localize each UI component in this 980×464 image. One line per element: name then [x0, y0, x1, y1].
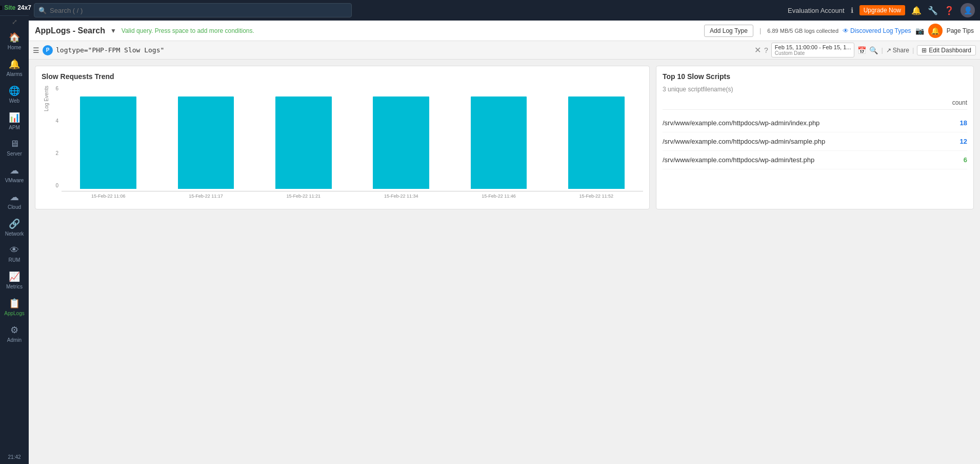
content-header: AppLogs - Search ▼ Valid query. Press sp… — [29, 21, 980, 41]
search-icon: 🔍 — [38, 7, 47, 14]
query-bar: ☰ P logtype="PHP-FPM Slow Logs" ✕ ? Feb … — [29, 41, 980, 60]
y-label-4: 4 — [55, 118, 58, 124]
sidebar-item-label: RUM — [9, 257, 21, 263]
top-scripts-panel: Top 10 Slow Scripts 3 unique scriptfilen… — [656, 66, 974, 209]
camera-icon[interactable]: 📷 — [915, 27, 924, 35]
query-toggle-icon[interactable]: ☰ — [33, 46, 39, 54]
wrench-icon[interactable]: 🔧 — [928, 6, 938, 15]
help-icon[interactable]: ❓ — [944, 6, 954, 15]
server-icon: 🖥 — [10, 139, 19, 149]
add-log-type-button[interactable]: Add Log Type — [704, 25, 753, 37]
bar[interactable] — [178, 96, 234, 189]
calendar-icon[interactable]: 📅 — [857, 46, 866, 54]
x-axis-label: 15-Feb-22 11:52 — [550, 194, 643, 199]
sidebar-item-admin[interactable]: ⚙ Admin — [0, 320, 29, 347]
sidebar-item-label: Metrics — [6, 284, 23, 289]
sidebar-item-label: VMware — [5, 178, 24, 183]
dashboard-row: Slow Requests Trend Log Events 6 4 2 0 — [35, 66, 974, 209]
script-name: /srv/www/example.com/httpdocs/wp-admin/i… — [663, 119, 819, 127]
bar[interactable] — [80, 96, 136, 189]
sidebar-item-label: APM — [9, 125, 20, 130]
topbar: 🔍 Evaluation Account ℹ Upgrade Now 🔔 🔧 ❓… — [29, 0, 980, 21]
bar-chart: Log Events 6 4 2 0 — [42, 86, 643, 199]
apm-icon: 📊 — [9, 112, 20, 123]
cloud-icon: ☁ — [10, 191, 19, 203]
upgrade-button[interactable]: Upgrade Now — [859, 5, 905, 15]
valid-query-text: Valid query. Press space to add more con… — [122, 27, 254, 34]
sidebar-item-cloud[interactable]: ☁ Cloud — [0, 187, 29, 214]
sidebar-item-web[interactable]: 🌐 Web — [0, 81, 29, 108]
x-axis-label: 15-Feb-22 11:17 — [159, 194, 252, 199]
y-axis-label-container: Log Events — [42, 86, 49, 199]
search-input[interactable] — [50, 7, 347, 14]
dashboard-content: Slow Requests Trend Log Events 6 4 2 0 — [29, 60, 980, 464]
query-right: ✕ ? Feb 15, 11:00:00 - Feb 15, 1... Cust… — [754, 43, 976, 57]
eye-icon: 👁 — [843, 27, 849, 34]
bar-group — [354, 96, 448, 189]
query-help-icon[interactable]: ? — [764, 46, 768, 54]
share-button[interactable]: ↗ Share — [886, 47, 909, 54]
logo-text: Site — [4, 4, 15, 11]
bar-group — [257, 96, 350, 189]
date-label: Custom Date — [775, 50, 851, 56]
expand-icon[interactable]: ⤢ — [10, 16, 19, 28]
bar[interactable] — [373, 96, 429, 189]
sidebar-item-rum[interactable]: 👁 RUM — [0, 241, 29, 267]
sidebar-item-label: Alarms — [6, 71, 22, 77]
admin-icon: ⚙ — [10, 324, 18, 336]
bar[interactable] — [471, 96, 527, 189]
home-icon: 🏠 — [9, 32, 20, 43]
sidebar-item-applogs[interactable]: 📋 AppLogs — [0, 294, 29, 320]
sidebar-item-network[interactable]: 🔗 Network — [0, 214, 29, 241]
sidebar-item-alarms[interactable]: 🔔 Alarms — [0, 54, 29, 81]
bar[interactable] — [568, 96, 624, 189]
y-label-6: 6 — [55, 86, 58, 91]
sidebar-item-label: Server — [7, 151, 22, 157]
bell-icon[interactable]: 🔔 — [911, 6, 922, 15]
search-box[interactable]: 🔍 — [34, 3, 352, 17]
sidebar-item-home[interactable]: 🏠 Home — [0, 28, 29, 54]
topbar-right: Evaluation Account ℹ Upgrade Now 🔔 🔧 ❓ 👤 — [788, 3, 975, 17]
vmware-icon: ☁ — [10, 165, 19, 176]
bar-group — [159, 96, 252, 189]
notification-button[interactable]: 🔔 — [928, 24, 943, 38]
sidebar-top: ⊞ Site24x7 ⤢ — [0, 0, 29, 28]
title-dropdown-arrow[interactable]: ▼ — [110, 27, 116, 34]
discovered-log-types-link[interactable]: 👁 Discovered Log Types — [843, 27, 911, 34]
col-count-header: count — [952, 99, 967, 106]
x-axis-label: 15-Feb-22 11:34 — [354, 194, 448, 199]
main-area: 🔍 Evaluation Account ℹ Upgrade Now 🔔 🔧 ❓… — [29, 0, 980, 464]
bar-group — [62, 96, 155, 189]
script-row: /srv/www/example.com/httpdocs/wp-admin/s… — [663, 132, 967, 151]
y-axis: 6 4 2 0 — [49, 86, 62, 199]
avatar[interactable]: 👤 — [961, 3, 975, 17]
sidebar-time: 21:42 — [8, 450, 21, 464]
eval-account-label: Evaluation Account — [788, 7, 845, 14]
chart-area: Log Events 6 4 2 0 — [42, 86, 643, 199]
query-type-icon[interactable]: P — [43, 45, 53, 55]
storage-info: 6.89 MB/5 GB logs collected — [767, 28, 838, 34]
web-icon: 🌐 — [9, 85, 20, 96]
y-label-2: 2 — [55, 150, 58, 156]
info-icon: ℹ — [851, 6, 853, 14]
network-icon: 🔗 — [9, 218, 20, 229]
bars-inner — [62, 86, 643, 191]
page-tips-link[interactable]: Page Tips — [947, 27, 974, 34]
sidebar-item-label: Home — [8, 45, 22, 50]
sidebar-item-metrics[interactable]: 📈 Metrics — [0, 267, 29, 294]
edit-dashboard-button[interactable]: ⊞ Edit Dashboard — [917, 45, 976, 55]
date-range-picker[interactable]: Feb 15, 11:00:00 - Feb 15, 1... Custom D… — [771, 43, 855, 57]
header-right: Add Log Type | 6.89 MB/5 GB logs collect… — [704, 24, 974, 38]
search-bar-icon[interactable]: 🔍 — [869, 46, 878, 54]
sidebar-item-server[interactable]: 🖥 Server — [0, 134, 29, 161]
script-count: 12 — [960, 138, 967, 145]
scripts-subtitle: 3 unique scriptfilename(s) — [663, 86, 967, 93]
sidebar-logo[interactable]: ⊞ Site24x7 — [0, 0, 29, 16]
bar[interactable] — [275, 96, 331, 189]
sidebar-item-apm[interactable]: 📊 APM — [0, 108, 29, 134]
script-name: /srv/www/example.com/httpdocs/wp-admin/s… — [663, 138, 825, 145]
script-name: /srv/www/example.com/httpdocs/wp-admin/t… — [663, 156, 814, 164]
query-clear-icon[interactable]: ✕ — [754, 45, 761, 55]
sidebar-item-label: Network — [5, 231, 24, 237]
sidebar-item-vmware[interactable]: ☁ VMware — [0, 161, 29, 187]
